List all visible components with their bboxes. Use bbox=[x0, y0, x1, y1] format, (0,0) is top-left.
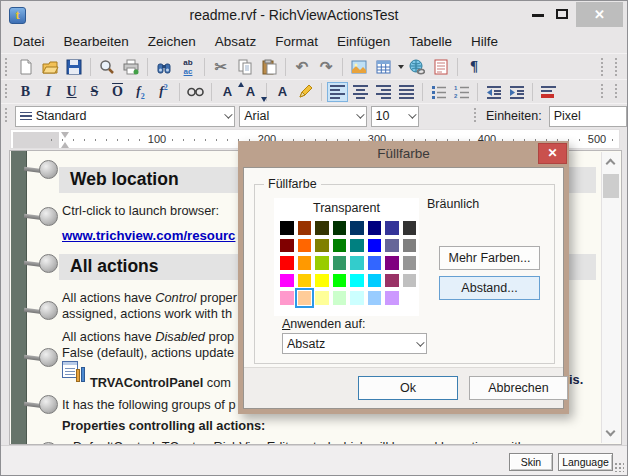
color-swatch[interactable] bbox=[385, 239, 399, 253]
color-swatch[interactable] bbox=[280, 221, 294, 235]
superscript-button[interactable]: f2 bbox=[153, 82, 174, 102]
color-swatch[interactable] bbox=[298, 291, 312, 305]
color-swatch[interactable] bbox=[315, 239, 329, 253]
numbered-list-icon[interactable]: 12 bbox=[451, 82, 472, 102]
show-paragraph-marks-icon[interactable]: ¶ bbox=[463, 56, 485, 78]
color-swatch[interactable] bbox=[280, 256, 294, 270]
toolbar-gripper[interactable] bbox=[4, 108, 9, 124]
color-swatch[interactable] bbox=[385, 274, 399, 288]
save-icon[interactable] bbox=[63, 56, 85, 78]
underline-button[interactable]: U bbox=[61, 82, 82, 102]
color-swatch[interactable] bbox=[403, 274, 417, 288]
color-swatch[interactable] bbox=[333, 221, 347, 235]
font-size-combobox[interactable]: 10 bbox=[371, 106, 420, 127]
menu-einfuegen[interactable]: Einfügen bbox=[337, 34, 390, 49]
color-swatch[interactable] bbox=[333, 291, 347, 305]
close-button[interactable]: ✕ bbox=[576, 2, 623, 27]
color-swatch[interactable] bbox=[315, 256, 329, 270]
new-document-icon[interactable] bbox=[15, 56, 37, 78]
print-file-icon[interactable] bbox=[120, 56, 142, 78]
maximize-button[interactable] bbox=[556, 9, 568, 19]
find-replace-icon[interactable]: ab ac bbox=[177, 56, 199, 78]
color-swatch[interactable] bbox=[333, 256, 347, 270]
align-center-button[interactable] bbox=[350, 82, 371, 102]
scroll-down-icon[interactable] bbox=[606, 428, 616, 438]
outdent-icon[interactable] bbox=[483, 82, 504, 102]
insert-hyperlink-icon[interactable] bbox=[406, 56, 428, 78]
dialog-close-button[interactable]: ✕ bbox=[538, 143, 567, 164]
align-right-button[interactable] bbox=[373, 82, 394, 102]
menu-zeichen[interactable]: Zeichen bbox=[148, 34, 196, 49]
paragraph-color-icon[interactable] bbox=[538, 82, 559, 102]
color-swatch[interactable] bbox=[333, 274, 347, 288]
cancel-button[interactable]: Abbrechen bbox=[469, 376, 568, 400]
toolbar-gripper[interactable] bbox=[600, 84, 605, 100]
toolbar-gripper[interactable] bbox=[614, 58, 619, 76]
skin-button[interactable]: Skin bbox=[509, 453, 553, 471]
justify-button[interactable] bbox=[396, 82, 417, 102]
insert-document-icon[interactable] bbox=[430, 56, 452, 78]
color-swatch[interactable] bbox=[298, 221, 312, 235]
indent-icon[interactable] bbox=[506, 82, 527, 102]
color-swatch[interactable] bbox=[403, 239, 417, 253]
transparent-option[interactable]: Transparent bbox=[274, 198, 419, 215]
readability-glasses-icon[interactable] bbox=[185, 82, 206, 102]
subscript-button[interactable]: f2 bbox=[130, 82, 151, 102]
color-swatch[interactable] bbox=[368, 256, 382, 270]
insert-table-dropdown[interactable] bbox=[398, 65, 404, 69]
redo-icon[interactable]: ↷ bbox=[315, 56, 337, 78]
color-swatch[interactable] bbox=[350, 239, 364, 253]
toolbar-gripper[interactable] bbox=[600, 58, 605, 76]
highlight-icon[interactable] bbox=[295, 82, 316, 102]
toolbar-gripper[interactable] bbox=[4, 84, 9, 100]
color-swatch[interactable] bbox=[315, 274, 329, 288]
resize-grip[interactable] bbox=[614, 462, 624, 472]
color-swatch[interactable] bbox=[385, 291, 399, 305]
color-swatch[interactable] bbox=[385, 256, 399, 270]
menu-bearbeiten[interactable]: Bearbeiten bbox=[64, 34, 129, 49]
strikethrough-button[interactable]: S bbox=[84, 82, 105, 102]
color-swatch[interactable] bbox=[368, 221, 382, 235]
menu-format[interactable]: Format bbox=[275, 34, 318, 49]
color-swatch[interactable] bbox=[333, 239, 347, 253]
dialog-titlebar[interactable]: Füllfarbe ✕ bbox=[243, 141, 564, 167]
color-swatch[interactable] bbox=[298, 239, 312, 253]
grow-font-button[interactable]: A bbox=[217, 82, 238, 102]
insert-picture-icon[interactable] bbox=[348, 56, 370, 78]
toolbar-gripper[interactable] bbox=[473, 108, 478, 124]
zoom-icon[interactable] bbox=[96, 56, 118, 78]
color-swatch[interactable] bbox=[298, 256, 312, 270]
menu-absatz[interactable]: Absatz bbox=[215, 34, 256, 49]
padding-button[interactable]: Abstand... bbox=[439, 276, 540, 300]
indent-marker[interactable] bbox=[61, 132, 70, 148]
color-swatch[interactable] bbox=[315, 291, 329, 305]
scrollbar-thumb[interactable] bbox=[603, 174, 619, 198]
document-hyperlink[interactable]: www.trichview.com/resourc bbox=[62, 228, 235, 243]
color-swatch[interactable] bbox=[280, 239, 294, 253]
style-combobox[interactable]: Standard bbox=[15, 106, 236, 127]
undo-icon[interactable]: ↶ bbox=[291, 56, 313, 78]
color-swatch[interactable] bbox=[385, 221, 399, 235]
more-colors-button[interactable]: Mehr Farben... bbox=[439, 246, 540, 270]
bullet-list-icon[interactable] bbox=[428, 82, 449, 102]
overline-button[interactable]: O bbox=[107, 82, 128, 102]
color-swatch[interactable] bbox=[368, 274, 382, 288]
font-combobox[interactable]: Arial bbox=[239, 106, 366, 127]
color-swatch[interactable] bbox=[350, 256, 364, 270]
menu-hilfe[interactable]: Hilfe bbox=[471, 34, 498, 49]
open-folder-icon[interactable] bbox=[39, 56, 61, 78]
color-swatch[interactable] bbox=[280, 291, 294, 305]
color-swatch[interactable] bbox=[315, 221, 329, 235]
color-swatch[interactable] bbox=[350, 221, 364, 235]
bold-button[interactable]: B bbox=[15, 82, 36, 102]
paste-icon[interactable] bbox=[258, 56, 280, 78]
color-swatch[interactable] bbox=[280, 274, 294, 288]
color-swatch[interactable] bbox=[403, 291, 417, 305]
toolbar-gripper[interactable] bbox=[614, 84, 619, 100]
font-color-button[interactable]: A bbox=[272, 82, 293, 102]
menu-tabelle[interactable]: Tabelle bbox=[409, 34, 452, 49]
italic-button[interactable]: I bbox=[38, 82, 59, 102]
color-swatch[interactable] bbox=[403, 256, 417, 270]
units-combobox[interactable]: Pixel bbox=[549, 106, 627, 127]
shrink-font-button[interactable]: A bbox=[240, 82, 261, 102]
